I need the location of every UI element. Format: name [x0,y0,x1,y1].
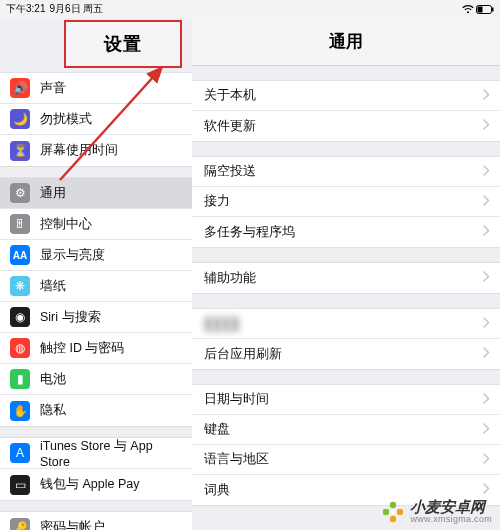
flower-icon: ❋ [10,276,30,296]
svg-point-4 [390,501,396,507]
svg-point-5 [390,515,396,521]
status-time: 下午3:21 [6,2,45,16]
chevron-right-icon [483,483,490,497]
detail-row-label: 隔空投送 [204,163,256,180]
sidebar-item-label: 通用 [40,185,66,202]
watermark-flower-icon [381,500,405,524]
sidebar-item-label: 显示与亮度 [40,247,105,264]
sidebar-group: ⚙通用🎚控制中心AA显示与亮度❋墙纸◉Siri 与搜索◍触控 ID 与密码▮电池… [0,177,192,427]
sidebar-item-label: 密码与帐户 [40,519,105,530]
detail-row[interactable]: 隔空投送 [192,157,500,187]
detail-group: 辅助功能 [192,262,500,294]
settings-sidebar: 设置 🔊声音🌙勿扰模式⏳屏幕使用时间⚙通用🎚控制中心AA显示与亮度❋墙纸◉Sir… [0,18,192,530]
svg-point-7 [397,508,403,514]
sidebar-item-label: 声音 [40,80,66,97]
detail-row[interactable]: 日期与时间 [192,385,500,415]
detail-row-label: 软件更新 [204,118,256,135]
sidebar-item-hourglass[interactable]: ⏳屏幕使用时间 [0,135,192,166]
detail-row-label: 辅助功能 [204,270,256,287]
sidebar-item-label: 触控 ID 与密码 [40,340,124,357]
detail-title: 通用 [192,18,500,66]
sidebar-item-label: iTunes Store 与 App Store [40,438,182,469]
detail-row-label: 日期与时间 [204,391,269,408]
detail-row-label: 后台应用刷新 [204,346,282,363]
sidebar-item-siri[interactable]: ◉Siri 与搜索 [0,302,192,333]
detail-row[interactable]: ████ [192,309,500,339]
sidebar-item-label: 勿扰模式 [40,111,92,128]
sidebar-item-moon[interactable]: 🌙勿扰模式 [0,104,192,135]
battery-icon: ▮ [10,369,30,389]
status-bar: 下午3:21 9月6日 周五 [0,0,500,18]
sidebar-item-privacy[interactable]: ✋隐私 [0,395,192,426]
sidebar-item-sound[interactable]: 🔊声音 [0,73,192,104]
chevron-right-icon [483,89,490,103]
detail-row[interactable]: 键盘 [192,415,500,445]
sidebar-item-flower[interactable]: ❋墙纸 [0,271,192,302]
chevron-right-icon [483,119,490,133]
sidebar-item-label: 屏幕使用时间 [40,142,118,159]
sidebar-item-label: 隐私 [40,402,66,419]
detail-row[interactable]: 后台应用刷新 [192,339,500,369]
detail-row[interactable]: 关于本机 [192,81,500,111]
chevron-right-icon [483,271,490,285]
svg-rect-1 [478,6,483,12]
detail-group: ████后台应用刷新 [192,308,500,370]
sidebar-item-label: 电池 [40,371,66,388]
svg-rect-2 [492,7,494,11]
sidebar-group: 🔊声音🌙勿扰模式⏳屏幕使用时间 [0,72,192,167]
sidebar-group: AiTunes Store 与 App Store▭钱包与 Apple Pay [0,437,192,501]
detail-row-label: 多任务与程序坞 [204,224,295,241]
detail-group: 关于本机软件更新 [192,80,500,142]
sidebar-item-display[interactable]: AA显示与亮度 [0,240,192,271]
wallet-icon: ▭ [10,475,30,495]
detail-row-label: 键盘 [204,421,230,438]
detail-row-label: 接力 [204,193,230,210]
watermark-brand: 小麦安卓网 [410,499,492,514]
svg-point-6 [383,508,389,514]
chevron-right-icon [483,195,490,209]
chevron-right-icon [483,453,490,467]
status-date: 9月6日 周五 [49,2,103,16]
detail-row[interactable]: 语言与地区 [192,445,500,475]
sidebar-item-key[interactable]: 🔑密码与帐户 [0,512,192,530]
chevron-right-icon [483,347,490,361]
chevron-right-icon [483,393,490,407]
settings-title-box: 设置 [64,20,182,68]
gear-icon: ⚙ [10,183,30,203]
touchid-icon: ◍ [10,338,30,358]
detail-pane: 通用 关于本机软件更新隔空投送接力多任务与程序坞辅助功能████后台应用刷新日期… [192,18,500,530]
sidebar-item-appstore[interactable]: AiTunes Store 与 App Store [0,438,192,469]
detail-group: 日期与时间键盘语言与地区词典 [192,384,500,506]
detail-row-label: 语言与地区 [204,451,269,468]
watermark-url: www.xmsigma.com [410,515,492,524]
privacy-icon: ✋ [10,401,30,421]
sidebar-item-label: 钱包与 Apple Pay [40,476,139,493]
sidebar-group: 🔑密码与帐户 [0,511,192,530]
svg-point-8 [391,510,395,514]
sidebar-item-label: 墙纸 [40,278,66,295]
appstore-icon: A [10,443,30,463]
hourglass-icon: ⏳ [10,141,30,161]
chevron-right-icon [483,225,490,239]
detail-row-label: 关于本机 [204,87,256,104]
display-icon: AA [10,245,30,265]
detail-row[interactable]: 软件更新 [192,111,500,141]
sidebar-item-label: 控制中心 [40,216,92,233]
chevron-right-icon [483,165,490,179]
detail-row[interactable]: 接力 [192,187,500,217]
wifi-icon [462,5,474,14]
sidebar-item-switches[interactable]: 🎚控制中心 [0,209,192,240]
switches-icon: 🎚 [10,214,30,234]
detail-group: 隔空投送接力多任务与程序坞 [192,156,500,248]
sidebar-item-wallet[interactable]: ▭钱包与 Apple Pay [0,469,192,500]
chevron-right-icon [483,317,490,331]
detail-row[interactable]: 多任务与程序坞 [192,217,500,247]
chevron-right-icon [483,423,490,437]
sidebar-item-gear[interactable]: ⚙通用 [0,178,192,209]
watermark: 小麦安卓网 www.xmsigma.com [381,499,492,524]
detail-row[interactable]: 辅助功能 [192,263,500,293]
detail-row-label: 词典 [204,482,230,499]
sidebar-item-touchid[interactable]: ◍触控 ID 与密码 [0,333,192,364]
sidebar-item-battery[interactable]: ▮电池 [0,364,192,395]
moon-icon: 🌙 [10,109,30,129]
